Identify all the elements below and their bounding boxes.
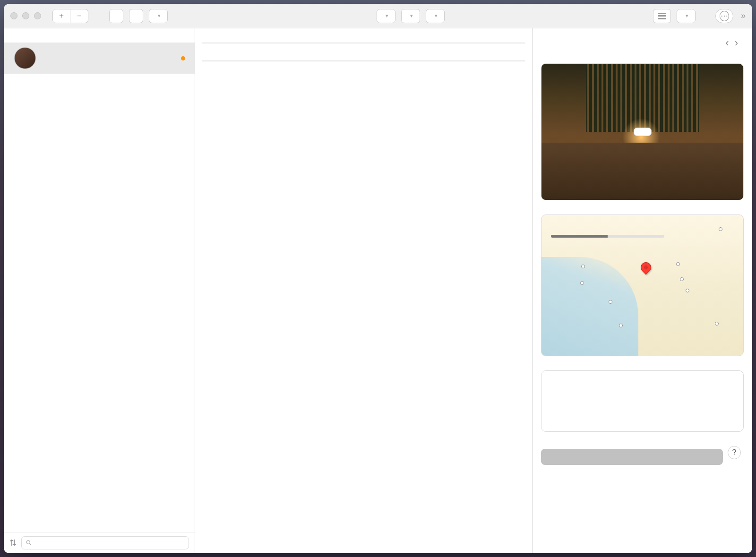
no-thumbnail-badge [634, 128, 652, 136]
finder-tags-input[interactable] [541, 370, 744, 432]
titlebar: ＋ − ⋯ » [4, 4, 752, 28]
add-remove-group: ＋ − [52, 9, 88, 23]
city-salinas [617, 324, 623, 327]
overflow-icon[interactable]: » [739, 11, 746, 21]
filter-input[interactable] [21, 536, 189, 549]
city-san-francisco [578, 281, 584, 285]
sort-icon[interactable]: ⇅ [9, 538, 17, 548]
map-pin-icon [638, 260, 653, 274]
svg-line-1 [30, 544, 31, 545]
help-button[interactable]: ? [728, 446, 741, 459]
zoom-icon[interactable] [34, 12, 41, 19]
password-button[interactable] [109, 9, 123, 23]
city-reno [719, 227, 724, 231]
more-button[interactable]: ⋯ [715, 9, 733, 23]
presets-menu[interactable] [149, 9, 168, 23]
file-item[interactable] [4, 43, 195, 74]
buy-license-button[interactable] [541, 449, 723, 465]
remove-button[interactable]: − [70, 9, 88, 23]
view-toggle-button[interactable] [653, 9, 671, 23]
city-santa-rosa [579, 265, 585, 268]
thumbnail-preview [541, 63, 744, 200]
city-fresno [715, 322, 721, 326]
modified-indicator-icon [181, 56, 185, 60]
location-map[interactable] [541, 214, 744, 356]
prev-image-button[interactable]: ‹ [722, 37, 731, 49]
traffic-lights [10, 12, 41, 19]
photos-button[interactable] [129, 9, 143, 23]
metadata-panel [195, 28, 533, 553]
next-image-button[interactable]: › [732, 37, 741, 49]
city-sacramento [676, 262, 682, 266]
gps-section-title [202, 43, 525, 60]
file-thumbnail-icon [14, 47, 36, 69]
svg-point-0 [26, 540, 30, 544]
close-icon[interactable] [10, 12, 17, 19]
preview-panel: ‹ › [533, 28, 752, 553]
app-window: ＋ − ⋯ » [4, 4, 752, 553]
gps-section [202, 60, 525, 61]
restore-menu[interactable] [401, 9, 420, 23]
minimize-icon[interactable] [22, 12, 29, 19]
city-stockton [680, 277, 686, 281]
sidebar: ⇅ [4, 28, 195, 553]
city-modesto [686, 289, 691, 292]
process-menu[interactable] [677, 9, 696, 23]
city-san-jose [607, 300, 612, 304]
erase-menu[interactable] [377, 9, 395, 23]
actions-menu[interactable] [426, 9, 445, 23]
add-button[interactable]: ＋ [52, 9, 70, 23]
